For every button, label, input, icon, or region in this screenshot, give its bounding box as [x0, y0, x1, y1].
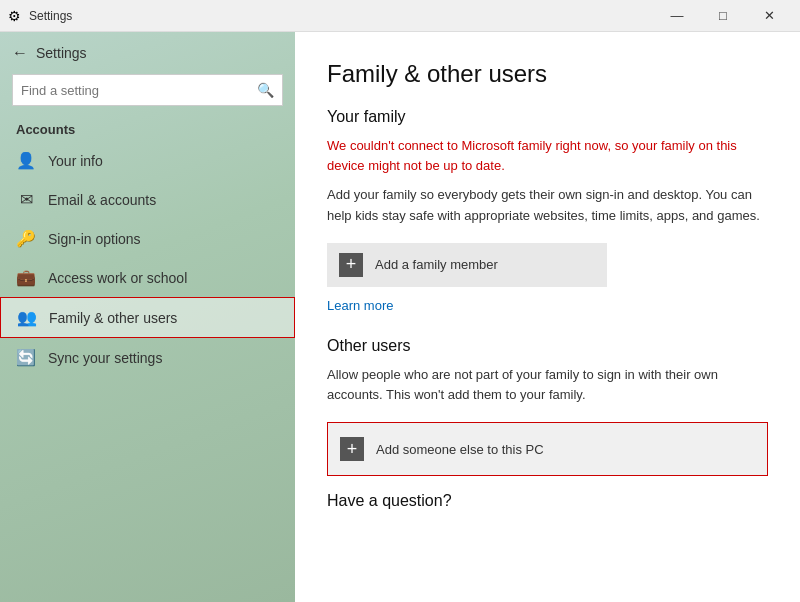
maximize-button[interactable]: □ — [700, 0, 746, 32]
other-users-description: Allow people who are not part of your fa… — [327, 365, 768, 407]
sidebar-back-title: Settings — [36, 45, 87, 61]
sidebar-item-label-sync-settings: Sync your settings — [48, 350, 162, 366]
content-area: Family & other users Your family We coul… — [295, 32, 800, 602]
other-users-section: Other users Allow people who are not par… — [327, 337, 768, 477]
work-school-icon: 💼 — [16, 268, 36, 287]
title-bar-title: Settings — [29, 9, 72, 23]
sidebar-item-label-email-accounts: Email & accounts — [48, 192, 156, 208]
sidebar-item-sign-in[interactable]: 🔑Sign-in options — [0, 219, 295, 258]
learn-more-link[interactable]: Learn more — [327, 298, 393, 313]
your-info-icon: 👤 — [16, 151, 36, 170]
sign-in-icon: 🔑 — [16, 229, 36, 248]
sidebar: ← Settings 🔍 Accounts 👤Your info✉Email &… — [0, 32, 295, 602]
back-arrow-icon: ← — [12, 44, 28, 62]
sidebar-item-label-family-users: Family & other users — [49, 310, 177, 326]
plus-icon-2: + — [340, 437, 364, 461]
search-input[interactable] — [21, 83, 257, 98]
sidebar-item-label-work-school: Access work or school — [48, 270, 187, 286]
search-box[interactable]: 🔍 — [12, 74, 283, 106]
error-message: We couldn't connect to Microsoft family … — [327, 136, 768, 175]
sidebar-back[interactable]: ← Settings — [0, 32, 295, 70]
sidebar-items-container: 👤Your info✉Email & accounts🔑Sign-in opti… — [0, 141, 295, 377]
title-bar-controls: — □ ✕ — [654, 0, 792, 32]
sidebar-item-label-sign-in: Sign-in options — [48, 231, 141, 247]
email-accounts-icon: ✉ — [16, 190, 36, 209]
settings-icon: ⚙ — [8, 8, 21, 24]
search-icon: 🔍 — [257, 82, 274, 98]
have-question-section: Have a question? — [327, 492, 768, 510]
sync-settings-icon: 🔄 — [16, 348, 36, 367]
plus-icon: + — [339, 253, 363, 277]
main-container: ← Settings 🔍 Accounts 👤Your info✉Email &… — [0, 32, 800, 602]
sidebar-item-email-accounts[interactable]: ✉Email & accounts — [0, 180, 295, 219]
your-family-section-title: Your family — [327, 108, 768, 126]
sidebar-item-label-your-info: Your info — [48, 153, 103, 169]
sidebar-section-label: Accounts — [0, 114, 295, 141]
family-description: Add your family so everybody gets their … — [327, 185, 768, 227]
add-family-member-button[interactable]: + Add a family member — [327, 243, 607, 287]
minimize-button[interactable]: — — [654, 0, 700, 32]
sidebar-item-family-users[interactable]: 👥Family & other users — [0, 297, 295, 338]
add-family-member-label: Add a family member — [375, 257, 498, 272]
have-question-title: Have a question? — [327, 492, 768, 510]
add-someone-button[interactable]: + Add someone else to this PC — [327, 422, 768, 476]
add-someone-label: Add someone else to this PC — [376, 442, 544, 457]
page-title: Family & other users — [327, 60, 768, 88]
sidebar-item-work-school[interactable]: 💼Access work or school — [0, 258, 295, 297]
other-users-section-title: Other users — [327, 337, 768, 355]
title-bar: ⚙ Settings — □ ✕ — [0, 0, 800, 32]
close-button[interactable]: ✕ — [746, 0, 792, 32]
title-bar-left: ⚙ Settings — [8, 8, 72, 24]
sidebar-item-your-info[interactable]: 👤Your info — [0, 141, 295, 180]
sidebar-item-sync-settings[interactable]: 🔄Sync your settings — [0, 338, 295, 377]
family-users-icon: 👥 — [17, 308, 37, 327]
